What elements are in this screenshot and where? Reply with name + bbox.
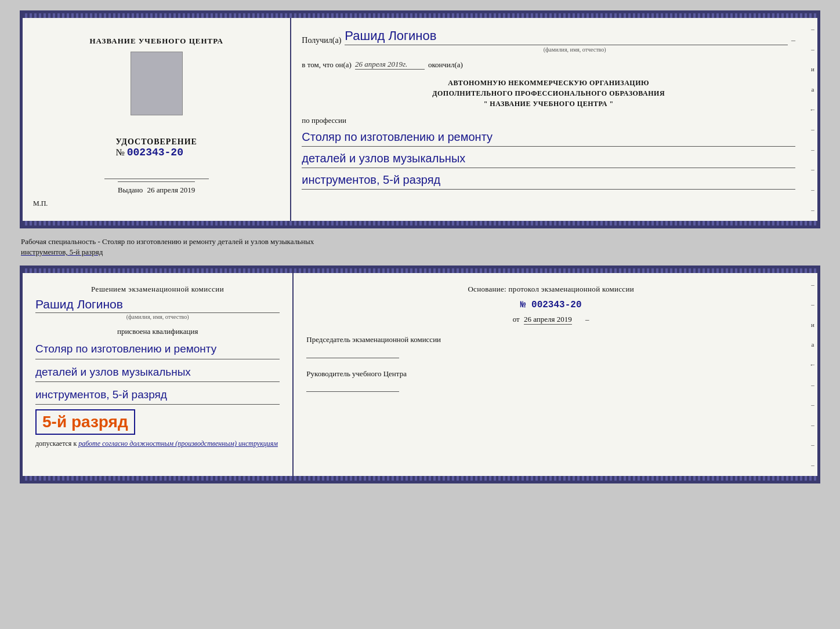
ot-prefix: от [513,315,520,323]
fio-sub-bottom: (фамилия, имя, отчество) [35,314,280,320]
vydano-date: 26 апреля 2019 [147,186,195,194]
right-side-deco: – – и а ← – – – – – [808,18,817,221]
qual-line2-top: деталей и узлов музыкальных [302,149,795,168]
po-professii: по профессии [302,116,795,125]
photo-placeholder [131,52,183,115]
rukov-label: Руководитель учебного Центра [306,369,795,379]
udost-number: 002343-20 [127,147,183,158]
top-border-band-bottom [23,268,817,273]
vydano-prefix: Выдано [118,186,143,194]
qual-line3-bottom: инструментов, 5-й разряд [35,386,280,405]
org-block: АВТОНОМНУЮ НЕКОММЕРЧЕСКУЮ ОРГАНИЗАЦИЮ ДО… [302,78,795,109]
mp-label: М.П. [33,199,48,208]
between-label: Рабочая специальность - Столяр по изгото… [20,234,820,260]
top-doc-right: Получил(а) Рашид Логинов – (фамилия, имя… [291,18,808,221]
poluchil-row: Получил(а) Рашид Логинов – [302,28,795,45]
bottom-border-band-bottom [23,476,817,481]
dopuskaetsya: допускается к работе согласно должностны… [35,439,280,448]
qual-line3-top: инструментов, 5-й разряд [302,170,795,190]
predsed-label: Председатель экзаменационной комиссии [306,335,795,345]
top-document-card: НАЗВАНИЕ УЧЕБНОГО ЦЕНТРА УДОСТОВЕРЕНИЕ №… [20,10,820,228]
ot-row: от 26 апреля 2019 – [306,315,795,324]
vtom-date: 26 апреля 2019г. [355,60,425,70]
org-line2: ДОПОЛНИТЕЛЬНОГО ПРОФЕССИОНАЛЬНОГО ОБРАЗО… [302,88,795,99]
poluchil-label: Получил(а) [302,36,341,45]
qual-line1-top: Столяр по изготовлению и ремонту [302,128,795,147]
handwritten-name-top: Рашид Логинов [345,28,788,45]
top-border-band [23,13,817,18]
between-text-underline: инструментов, 5-й разряд [21,248,103,256]
osnov-label: Основание: протокол экзаменационной коми… [306,285,795,294]
vtom-label: в том, что он(а) [302,60,352,70]
qual-line1-bottom: Столяр по изготовлению и ремонту [35,340,280,359]
razryad-box: 5-й разряд [35,409,135,435]
between-text-main: Рабочая специальность - Столяр по изгото… [21,237,314,246]
udost-label: УДОСТОВЕРЕНИЕ [115,137,197,147]
dash-top: – [791,36,795,45]
fio-sub-top: (фамилия, имя, отчество) [354,46,795,53]
osnov-number-val: 002343-20 [531,300,581,310]
no-prefix: № [115,147,124,158]
handwritten-name-bottom: Рашид Логинов [35,297,280,313]
right-side-deco-bottom: – – и а ← – – – – – [808,273,817,476]
center-title: НАЗВАНИЕ УЧЕБНОГО ЦЕНТРА [89,37,223,46]
udostoverenie-block: УДОСТОВЕРЕНИЕ № 002343-20 [115,137,197,158]
vtom-row: в том, что он(а) 26 апреля 2019г. окончи… [302,60,795,70]
predsed-sign-line [306,348,399,358]
razryad-text: 5-й разряд [42,413,128,431]
org-line3: " НАЗВАНИЕ УЧЕБНОГО ЦЕНТРА " [302,99,795,109]
bottom-border-band-top [23,221,817,226]
top-doc-left: НАЗВАНИЕ УЧЕБНОГО ЦЕНТРА УДОСТОВЕРЕНИЕ №… [23,18,290,221]
number-prefix: № [520,300,526,310]
org-line1: АВТОНОМНУЮ НЕКОММЕРЧЕСКУЮ ОРГАНИЗАЦИЮ [302,78,795,88]
vydano-line: Выдано 26 апреля 2019 [118,181,195,195]
dopusk-italic: работе согласно должностным (производств… [78,439,278,448]
prisvoyena: присвоена квалификация [35,327,280,336]
okoncil-label: окончил(а) [428,60,463,70]
qual-line2-bottom: деталей и узлов музыкальных [35,363,280,382]
bottom-document-card: Решением экзаменационной комиссии Рашид … [20,266,820,483]
osnov-number: № 002343-20 [306,300,795,310]
bottom-doc-right: Основание: протокол экзаменационной коми… [294,273,808,476]
dopusk-prefix: допускается к [35,439,77,448]
ot-date: 26 апреля 2019 [524,315,572,325]
bottom-doc-left: Решением экзаменационной комиссии Рашид … [23,273,292,476]
rukov-sign-line [306,381,399,392]
reshen-label: Решением экзаменационной комиссии [35,285,280,294]
